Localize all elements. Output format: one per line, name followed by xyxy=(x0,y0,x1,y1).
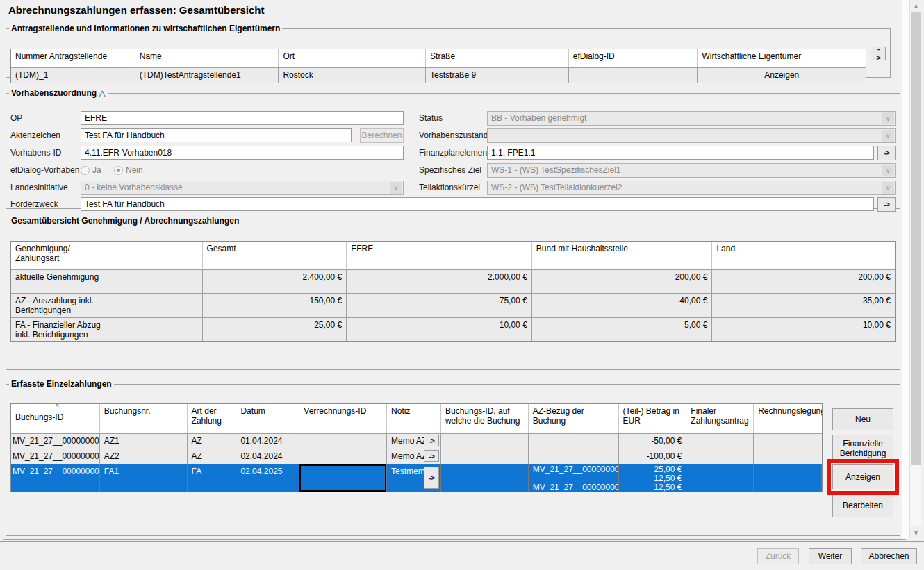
col-wirtschaftliche-eigentuemer: Wirtschaftliche Eigentümer xyxy=(698,49,866,67)
finanzplanelement-detail-button[interactable]: -> xyxy=(877,146,896,160)
finanzplanelement-label: Finanzplanelement xyxy=(419,146,489,160)
finanzielle-berichtigung-button[interactable]: Finanzielle Berichtigung xyxy=(832,435,893,462)
col-art-der-zahlung[interactable]: Art der Zahlung xyxy=(188,404,237,433)
anzeigen-button[interactable]: Anzeigen xyxy=(832,464,893,489)
gesamt-table: Genehmigung/ Zahlungsart Gesamt EFRE Bun… xyxy=(10,241,896,342)
cell-buchungs-id: MV_21_27__0000000055 xyxy=(11,434,100,449)
cell-efdialog-id xyxy=(569,68,698,83)
arrow-right-icon: -> xyxy=(429,437,434,445)
sort-ascending-icon: ^ xyxy=(56,404,59,410)
efdialog-nein-radio[interactable]: Nein xyxy=(114,163,143,177)
dialog: Abrechnungszahlungen erfassen: Gesamtübe… xyxy=(0,0,924,570)
col-verrechnungs-id[interactable]: Verrechnungs-ID xyxy=(299,404,387,433)
anzeigen-cell[interactable]: Anzeigen xyxy=(698,68,866,83)
cell-verrechnungs-id xyxy=(299,449,387,464)
col-buchungs-id[interactable]: ^ Buchungs-ID xyxy=(11,404,100,433)
abbrechen-button[interactable]: Abbrechen xyxy=(861,548,917,564)
radio-selected-icon xyxy=(114,166,123,175)
berechnen-button[interactable]: Berechnen xyxy=(360,128,404,143)
foerderzweck-detail-button[interactable]: -> xyxy=(877,197,896,212)
col-ort: Ort xyxy=(279,49,426,67)
scrollbar-thumb[interactable] xyxy=(911,12,921,465)
vorhabens-id-field[interactable]: 4.11.EFR-Vorhaben018 xyxy=(81,146,404,160)
col-notiz[interactable]: Notiz xyxy=(387,404,441,433)
vertical-scrollbar[interactable]: ∧ ∨ xyxy=(909,0,921,539)
col-buchungs-id-bezug[interactable]: Buchungs-ID, auf welche die Buchung xyxy=(441,404,529,433)
antragstellende-legend: Antragstellende und Informationen zu wir… xyxy=(9,24,282,33)
col-teil-betrag[interactable]: (Teil-) Betrag in EUR xyxy=(619,404,687,433)
cell-verrechnungs-id xyxy=(299,434,387,449)
bearbeiten-button[interactable]: Bearbeiten xyxy=(832,494,893,517)
foerderzweck-field[interactable]: Test FA für Handbuch xyxy=(81,197,874,211)
col-strasse: Straße xyxy=(426,49,569,67)
col-az-bezug[interactable]: AZ-Bezug der Buchung xyxy=(529,404,619,433)
vorhabenszustand-dropdown[interactable]: ∨ xyxy=(487,128,896,143)
cell-nummer: (TDM)_1 xyxy=(11,68,135,83)
vorhaben-section: Vorhabenszuordnung △ OP EFRE Aktenzeiche… xyxy=(6,88,900,209)
cell-art: AZ xyxy=(188,434,237,449)
op-label: OP xyxy=(10,111,22,125)
cell-verrechnungs-id-focused[interactable] xyxy=(299,464,387,492)
efdialog-ja-label: Ja xyxy=(92,165,101,175)
scroll-up-icon[interactable]: ∧ xyxy=(910,0,922,12)
notiz-detail-button[interactable]: -> xyxy=(424,450,439,462)
cell-datum: 02.04.2024 xyxy=(236,449,299,464)
col-efdialog-id: efDialog-ID xyxy=(569,49,698,67)
notiz-detail-button[interactable]: -> xyxy=(424,467,439,489)
gesamt-legend: Gesamtübersicht Genehmigung / Abrechnung… xyxy=(9,216,241,226)
chevron-down-icon: ∨ xyxy=(882,112,894,124)
row-label: AZ - Auszahlung inkl. Berichtigungen xyxy=(11,294,203,317)
value-gesamt: 2.400,00 € xyxy=(203,270,347,293)
cell-az-bezug xyxy=(529,434,619,449)
cell-buchungs-id: MV_21_27__0000000061 xyxy=(11,464,100,492)
einzel-header-row: ^ Buchungs-ID Buchungsnr. Art der Zahlun… xyxy=(11,404,822,433)
scroll-down-icon[interactable]: ∨ xyxy=(910,526,922,538)
finanzplanelement-field[interactable]: 1.1. FPE1.1 xyxy=(487,146,874,160)
neu-button[interactable]: Neu xyxy=(832,408,893,430)
weiter-button[interactable]: Weiter xyxy=(809,548,852,564)
cell-art: FA xyxy=(188,464,237,492)
payment-row-2[interactable]: MV_21_27__0000000056 AZ2 AZ 02.04.2024 M… xyxy=(11,449,822,464)
value-efre: 2.000,00 € xyxy=(347,270,532,293)
zurueck-button[interactable]: Zurück xyxy=(757,548,799,564)
status-label: Status xyxy=(419,111,443,125)
col-rechnungslegung[interactable]: Rechnungslegung xyxy=(754,404,822,433)
col-buchungsnr[interactable]: Buchungsnr. xyxy=(100,404,188,433)
einzelzahlungen-section: Erfasste Einzelzahlungen ^ Buchungs-ID B… xyxy=(6,379,900,536)
col-genehmigung-zahlungsart: Genehmigung/ Zahlungsart xyxy=(11,242,203,269)
aktenzeichen-field[interactable]: Test FA für Handbuch xyxy=(81,128,352,142)
op-field[interactable]: EFRE xyxy=(81,111,404,125)
cell-betrag: -50,00 € xyxy=(619,434,687,449)
col-finaler-zahlungsantrag[interactable]: Finaler Zahlungsantrag xyxy=(686,404,754,433)
teilaktionskuerzel-label: Teilaktionskürzel xyxy=(419,181,480,194)
efdialog-nein-label: Nein xyxy=(126,165,143,175)
page-title: Abrechnungszahlungen erfassen: Gesamtübe… xyxy=(6,4,266,16)
cell-notiz: Testmemo -> xyxy=(387,464,441,492)
cell-buchungs-id: MV_21_27__0000000056 xyxy=(11,449,100,464)
az-bezug-line: MV_21_27__0000000056 xyxy=(533,483,614,492)
cell-ort: Rostock xyxy=(279,68,426,83)
payment-row-3-selected[interactable]: MV_21_27__0000000061 FA1 FA 02.04.2025 T… xyxy=(11,464,822,492)
col-bund: Bund mit Haushaltsstelle xyxy=(532,242,713,269)
landesinitiative-dropdown[interactable]: 0 - keine Vorhabensklasse ∨ xyxy=(81,181,404,195)
payment-row-1[interactable]: MV_21_27__0000000055 AZ1 AZ 01.04.2024 M… xyxy=(11,433,822,449)
col-datum[interactable]: Datum xyxy=(236,404,299,433)
value-bund: 5,00 € xyxy=(532,318,713,341)
teilaktionskuerzel-dropdown[interactable]: WS-2 - (WS) TestTeilaktionkuerzel2 ∨ xyxy=(487,181,896,195)
gesamt-section: Gesamtübersicht Genehmigung / Abrechnung… xyxy=(6,216,900,370)
antragstellende-section: Antragstellende und Informationen zu wir… xyxy=(6,24,891,78)
cell-notiz: Memo AZ1 -> xyxy=(387,434,441,449)
efdialog-ja-radio[interactable]: Ja xyxy=(81,163,101,177)
arrow-right-icon: -> xyxy=(884,200,889,209)
chevron-down-icon: ∨ xyxy=(390,182,402,194)
cell-az-bezug xyxy=(529,449,619,464)
cell-bezug xyxy=(441,449,529,464)
col-name: Name xyxy=(135,49,279,67)
cell-datum: 01.04.2024 xyxy=(236,434,299,449)
spezifisches-ziel-dropdown[interactable]: WS-1 - (WS) TestSpezifischesZiel1 ∨ xyxy=(487,163,896,178)
chevron-down-icon: ∨ xyxy=(882,130,894,142)
status-dropdown[interactable]: BB - Vorhaben genehmigt ∨ xyxy=(487,111,896,126)
notiz-detail-button[interactable]: -> xyxy=(424,435,439,446)
antragstellende-detail-button[interactable]: -> xyxy=(871,47,886,60)
collapse-triangle-icon[interactable]: △ xyxy=(99,88,105,98)
